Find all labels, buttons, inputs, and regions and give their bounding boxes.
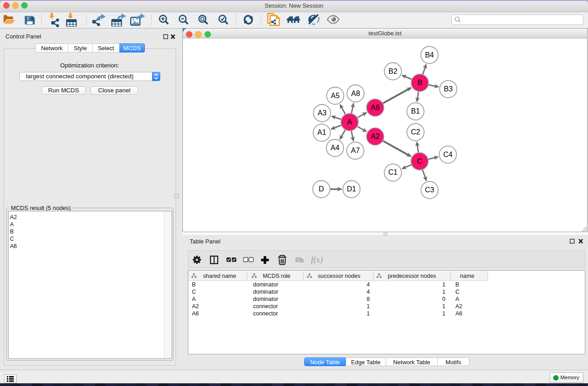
svg-text:D1: D1 [347, 185, 356, 193]
svg-text:A1: A1 [317, 129, 326, 136]
svg-text:C4: C4 [443, 151, 453, 158]
svg-text:8: 8 [367, 296, 370, 302]
svg-text:connector: connector [253, 310, 278, 317]
svg-text:A: A [192, 296, 196, 302]
svg-text:A: A [347, 118, 352, 126]
svg-text:predecessor nodes: predecessor nodes [388, 273, 436, 279]
svg-text:B4: B4 [425, 51, 434, 59]
svg-text:A2: A2 [192, 303, 199, 310]
svg-text:dominator: dominator [253, 296, 278, 302]
svg-text:A: A [455, 296, 459, 302]
svg-text:B: B [417, 79, 422, 86]
svg-text:A6: A6 [455, 310, 462, 317]
svg-text:1: 1 [367, 310, 370, 317]
svg-text:C3: C3 [425, 186, 435, 194]
svg-text:A5: A5 [331, 92, 340, 100]
svg-text:dominator: dominator [253, 289, 278, 295]
svg-text:A3: A3 [318, 109, 327, 117]
svg-text:1: 1 [442, 310, 445, 317]
svg-text:A6: A6 [192, 310, 199, 317]
svg-text:B1: B1 [411, 107, 420, 115]
svg-text:shared name: shared name [203, 273, 236, 279]
svg-text:1: 1 [442, 303, 445, 310]
svg-text:A4: A4 [330, 144, 339, 152]
svg-text:1: 1 [442, 289, 445, 295]
svg-text:1: 1 [367, 303, 370, 310]
svg-text:C: C [455, 289, 459, 295]
svg-text:C1: C1 [388, 168, 398, 176]
svg-text:A7: A7 [351, 147, 360, 154]
svg-text:B2: B2 [388, 67, 397, 75]
svg-text:C2: C2 [411, 128, 421, 136]
svg-text:B: B [455, 281, 459, 288]
svg-text:A2: A2 [455, 303, 462, 310]
svg-text:4: 4 [367, 281, 370, 288]
svg-text:D: D [319, 185, 324, 193]
svg-text:A6: A6 [371, 104, 380, 111]
svg-text:connector: connector [253, 303, 278, 310]
svg-text:4: 4 [367, 289, 370, 295]
svg-text:C: C [192, 289, 196, 295]
svg-text:MCDS role: MCDS role [263, 273, 290, 279]
svg-text:dominator: dominator [253, 281, 278, 288]
svg-text:A2: A2 [371, 133, 380, 140]
svg-text:name: name [460, 273, 474, 279]
svg-text:C: C [417, 157, 422, 165]
svg-text:B: B [192, 281, 196, 288]
svg-text:A8: A8 [351, 90, 360, 97]
svg-text:B3: B3 [444, 85, 453, 93]
svg-text:0: 0 [442, 296, 445, 302]
svg-text:successor nodes: successor nodes [318, 273, 360, 279]
svg-text:f(x): f(x) [311, 255, 323, 265]
svg-text:1: 1 [442, 281, 445, 288]
